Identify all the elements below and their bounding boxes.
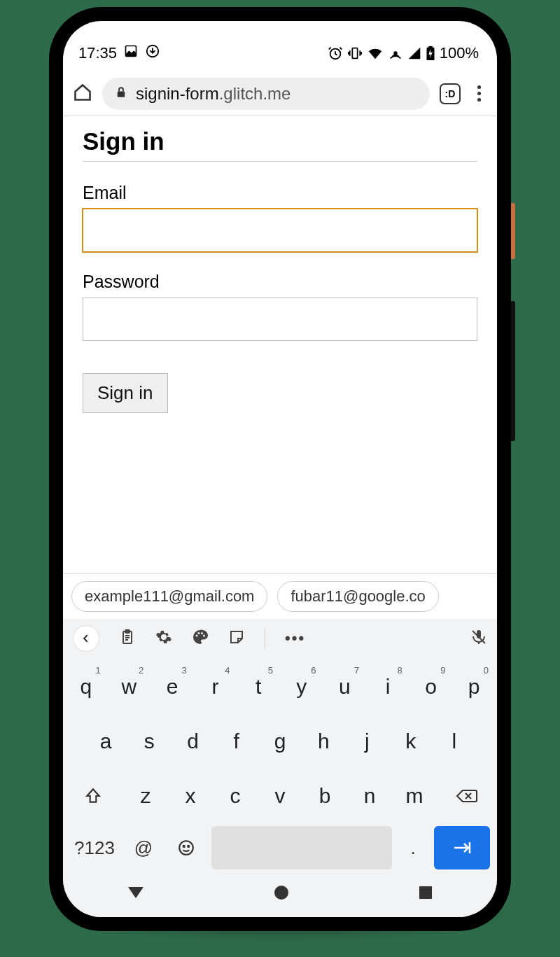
- url-host: signin-form: [136, 84, 219, 103]
- page-title: Sign in: [83, 127, 477, 162]
- battery-percent: 100%: [440, 44, 479, 62]
- battery-icon: [426, 46, 435, 61]
- key-h[interactable]: h: [303, 717, 344, 766]
- key-b[interactable]: b: [304, 771, 346, 820]
- key-q[interactable]: q1: [66, 662, 106, 711]
- downloads-icon: [145, 43, 160, 63]
- shift-key[interactable]: [69, 771, 118, 820]
- kbd-collapse-icon[interactable]: [73, 625, 99, 652]
- svg-point-4: [394, 52, 397, 55]
- url-path: .glitch.me: [219, 84, 291, 103]
- signin-button-label: Sign in: [97, 382, 153, 403]
- at-key[interactable]: @: [126, 826, 161, 869]
- gear-icon[interactable]: [155, 629, 172, 648]
- key-k[interactable]: k: [391, 717, 431, 766]
- svg-point-17: [188, 846, 189, 847]
- key-l[interactable]: l: [434, 717, 475, 766]
- key-y[interactable]: y6: [281, 662, 322, 711]
- key-s[interactable]: s: [129, 717, 169, 766]
- web-page: Sign in Email Password Sign in: [63, 116, 497, 573]
- key-v[interactable]: v: [259, 771, 301, 820]
- tabs-button[interactable]: :D: [440, 83, 461, 104]
- svg-rect-9: [125, 630, 130, 633]
- mic-off-icon[interactable]: [470, 629, 487, 648]
- key-n[interactable]: n: [349, 771, 391, 820]
- wifi-icon: [367, 46, 384, 61]
- suggestion-chip[interactable]: example111@gmail.com: [71, 581, 267, 612]
- svg-point-15: [179, 841, 193, 855]
- home-icon[interactable]: [73, 83, 92, 105]
- signin-button[interactable]: Sign in: [83, 373, 168, 413]
- key-t[interactable]: t5: [238, 662, 279, 711]
- svg-point-16: [183, 846, 185, 847]
- emoji-key[interactable]: [168, 826, 204, 869]
- svg-point-10: [196, 635, 198, 637]
- svg-rect-3: [352, 48, 357, 59]
- volume-button: [511, 301, 515, 441]
- svg-rect-7: [118, 91, 125, 97]
- browser-toolbar: signin-form.glitch.me :D: [63, 71, 497, 116]
- svg-point-12: [201, 632, 203, 634]
- period-key[interactable]: .: [399, 826, 427, 869]
- email-input[interactable]: [83, 209, 477, 252]
- svg-rect-6: [428, 46, 433, 48]
- key-x[interactable]: x: [169, 771, 211, 820]
- password-label: Password: [83, 272, 477, 292]
- nav-back-icon[interactable]: [128, 887, 144, 898]
- svg-point-13: [203, 635, 205, 637]
- soft-keyboard: q1w2e3r4t5y6u7i8o9p0 asdfghjkl zxcvbnm ?…: [63, 658, 497, 876]
- key-r[interactable]: r4: [195, 662, 236, 711]
- symbols-key[interactable]: ?123: [70, 826, 119, 869]
- enter-key[interactable]: [434, 826, 490, 869]
- suggestion-chip[interactable]: fubar11@google.co: [277, 581, 438, 612]
- key-a[interactable]: a: [85, 717, 126, 766]
- key-j[interactable]: j: [346, 717, 387, 766]
- key-e[interactable]: e3: [152, 662, 192, 711]
- sticker-icon[interactable]: [228, 629, 245, 648]
- key-c[interactable]: c: [214, 771, 256, 820]
- backspace-key[interactable]: [442, 771, 491, 820]
- image-icon: [124, 44, 138, 62]
- power-button: [511, 203, 515, 259]
- overflow-menu-icon[interactable]: [470, 85, 487, 102]
- hotspot-icon: [388, 46, 403, 61]
- key-d[interactable]: d: [172, 717, 213, 766]
- status-time: 17:35: [78, 44, 117, 62]
- phone-frame: 17:35: [49, 7, 511, 931]
- clipboard-icon[interactable]: [119, 629, 136, 648]
- key-f[interactable]: f: [216, 717, 257, 766]
- key-p[interactable]: p0: [454, 662, 494, 711]
- email-label: Email: [83, 183, 477, 203]
- android-nav-bar: [63, 876, 497, 917]
- space-key[interactable]: [211, 826, 392, 869]
- key-w[interactable]: w2: [109, 662, 150, 711]
- alarm-icon: [328, 46, 343, 61]
- password-input[interactable]: [83, 298, 477, 341]
- palette-icon[interactable]: [192, 629, 209, 648]
- key-m[interactable]: m: [393, 771, 435, 820]
- key-g[interactable]: g: [260, 717, 300, 766]
- toolbar-separator: [265, 628, 265, 649]
- nav-home-icon[interactable]: [274, 886, 288, 900]
- svg-point-11: [198, 632, 200, 634]
- nav-recent-icon[interactable]: [419, 886, 432, 899]
- key-u[interactable]: u7: [325, 662, 365, 711]
- keyboard-toolbar: •••: [63, 619, 497, 658]
- cell-signal-icon: [407, 46, 421, 60]
- autofill-suggestions: example111@gmail.com fubar11@google.co: [63, 573, 497, 619]
- lock-icon: [115, 84, 127, 104]
- tabs-label: :D: [445, 88, 456, 99]
- more-icon[interactable]: •••: [285, 629, 305, 648]
- key-z[interactable]: z: [125, 771, 167, 820]
- key-i[interactable]: i8: [368, 662, 408, 711]
- key-o[interactable]: o9: [411, 662, 451, 711]
- address-bar[interactable]: signin-form.glitch.me: [102, 78, 430, 110]
- status-bar: 17:35: [63, 35, 497, 71]
- vibrate-icon: [347, 46, 363, 61]
